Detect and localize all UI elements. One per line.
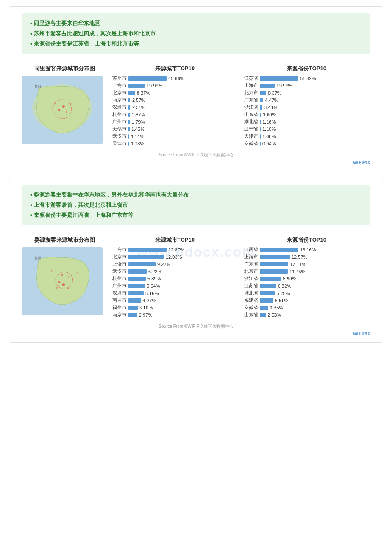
bar bbox=[128, 134, 129, 139]
bar-container: 45.66% bbox=[128, 76, 239, 81]
bar bbox=[128, 269, 147, 274]
bar-value: 2.31% bbox=[132, 105, 145, 110]
bar-row: 广东省4.47% bbox=[243, 97, 370, 103]
section1-highlights: 同里游客主要来自华东地区 苏州市游客占比超过四成，其次是上海市和北京市 来源省份… bbox=[22, 13, 370, 54]
section1-brand: WIFIPIX bbox=[9, 160, 383, 165]
bar-label: 安徽省 bbox=[243, 140, 258, 147]
bar-container: 5.64% bbox=[128, 283, 239, 289]
bar bbox=[128, 98, 130, 102]
highlight-item: 上海市游客居首，其次是北京和上饶市 bbox=[30, 200, 362, 210]
bar bbox=[260, 105, 262, 110]
bar-value: 1.79% bbox=[132, 119, 145, 124]
bar bbox=[128, 313, 137, 317]
bar bbox=[128, 84, 145, 88]
svg-point-11 bbox=[58, 281, 61, 283]
bar-container: 11.75% bbox=[260, 269, 370, 274]
bar-label: 福州市 bbox=[111, 304, 127, 311]
highlight-item: 来源省份主要是江苏省，上海市和北京市等 bbox=[30, 39, 362, 49]
bar-container: 9.22% bbox=[128, 262, 239, 267]
bar-label: 苏州市 bbox=[111, 75, 127, 81]
bar-label: 广东省 bbox=[243, 261, 258, 267]
section2-data: 婺源游客来源城市分布图 婺源 bbox=[9, 232, 383, 321]
bar-row: 上海市19.99% bbox=[111, 82, 239, 89]
bar-row: 安徽省0.94% bbox=[243, 140, 370, 147]
bar-value: 45.66% bbox=[168, 76, 184, 81]
bar-label: 广东省 bbox=[243, 97, 258, 103]
svg-point-16 bbox=[56, 287, 58, 289]
bar-row: 湖北省6.25% bbox=[243, 290, 370, 296]
bar-label: 北京市 bbox=[111, 254, 127, 260]
bar bbox=[128, 120, 130, 124]
bar-value: 19.99% bbox=[147, 83, 162, 88]
bar-container: 12.87% bbox=[128, 247, 239, 252]
section1-source: Source From ©WIFIPIX线下大数据中心 bbox=[9, 152, 383, 160]
bar-container: 4.27% bbox=[128, 298, 239, 303]
bar-label: 武汉市 bbox=[111, 268, 127, 275]
bar-row: 天津市1.08% bbox=[243, 133, 370, 139]
bar-container: 5.16% bbox=[128, 291, 239, 296]
bar-value: 12.87% bbox=[168, 247, 184, 252]
bar bbox=[128, 255, 164, 259]
bar-label: 南京市 bbox=[111, 312, 127, 318]
bar-row: 江苏省51.89% bbox=[243, 75, 370, 81]
bar-value: 12.57% bbox=[291, 254, 307, 260]
svg-point-3 bbox=[58, 109, 61, 111]
bar-container: 2.53% bbox=[260, 312, 370, 318]
bar-row: 浙江省8.90% bbox=[243, 275, 370, 282]
section2-province-chart: 来源省份TOP10 江西省16.16%上海市12.57%广东省12.11%北京市… bbox=[243, 236, 370, 319]
bar-row: 苏州市45.66% bbox=[111, 75, 239, 81]
section1-province-bars: 江苏省51.89%上海市19.99%北京市8.37%广东省4.47%浙江省3.4… bbox=[243, 75, 370, 147]
bar bbox=[260, 313, 266, 317]
bar-row: 天津市1.08% bbox=[111, 140, 239, 147]
section1-wrapper: 同里游客主要来自华东地区 苏州市游客占比超过四成，其次是上海市和北京市 来源省份… bbox=[9, 6, 383, 171]
bar-container: 1.08% bbox=[128, 141, 239, 146]
bar-row: 无锡市1.45% bbox=[111, 126, 239, 132]
bar-container: 6.22% bbox=[128, 269, 239, 274]
bar-container: 1.87% bbox=[128, 112, 239, 117]
bar-container: 3.44% bbox=[260, 105, 370, 110]
bar-value: 1.08% bbox=[131, 141, 144, 146]
section2-map-col: 婺源游客来源城市分布图 婺源 bbox=[22, 236, 107, 319]
bar-row: 武汉市6.22% bbox=[111, 268, 239, 275]
bar bbox=[260, 134, 261, 139]
bar-row: 广州市5.64% bbox=[111, 283, 239, 289]
bar bbox=[260, 120, 261, 124]
bar-value: 1.14% bbox=[131, 134, 144, 139]
bar bbox=[128, 142, 129, 146]
section2-source: Source From ©WIFIPIX线下大数据中心 bbox=[9, 324, 383, 331]
bar bbox=[260, 298, 273, 303]
highlight-item: 苏州市游客占比超过四成，其次是上海市和北京市 bbox=[30, 29, 362, 39]
highlight-item: 同里游客主要来自华东地区 bbox=[30, 18, 362, 29]
bar-container: 51.89% bbox=[260, 76, 370, 81]
bar-row: 上海市12.87% bbox=[111, 246, 239, 253]
svg-point-12 bbox=[51, 270, 52, 272]
highlight-item: 来源省份主要是江西省，上海和广东市等 bbox=[30, 210, 362, 220]
bar-value: 9.22% bbox=[157, 262, 170, 267]
bar-label: 上饶市 bbox=[111, 261, 127, 267]
bar bbox=[260, 76, 298, 81]
bar bbox=[260, 91, 266, 95]
bar bbox=[260, 291, 275, 295]
bar-value: 3.10% bbox=[139, 305, 153, 310]
bar-row: 北京市8.37% bbox=[243, 90, 370, 96]
bar bbox=[260, 284, 276, 288]
svg-point-10 bbox=[62, 283, 65, 286]
bar-label: 浙江省 bbox=[243, 275, 258, 282]
bar-label: 江苏省 bbox=[243, 283, 258, 289]
bar-label: 山东省 bbox=[243, 312, 258, 318]
bar-label: 深圳市 bbox=[111, 290, 127, 296]
bar-container: 8.90% bbox=[260, 276, 370, 281]
bar-value: 5.51% bbox=[275, 298, 288, 303]
section1-map-col: 同里游客来源城市分布图 苏州 bbox=[22, 65, 107, 147]
bar-row: 上饶市9.22% bbox=[111, 261, 239, 267]
bar-row: 上海市12.57% bbox=[243, 254, 370, 260]
bar-row: 武汉市1.14% bbox=[111, 133, 239, 139]
bar-row: 江西省16.16% bbox=[243, 246, 370, 253]
bar-value: 6.82% bbox=[278, 283, 291, 289]
bar-container: 12.03% bbox=[128, 254, 239, 260]
bar-container: 16.16% bbox=[260, 247, 370, 252]
bar-label: 浙江省 bbox=[243, 104, 258, 110]
bar-container: 1.45% bbox=[128, 127, 239, 132]
bar-row: 山东省2.53% bbox=[243, 312, 370, 318]
svg-text:苏州: 苏州 bbox=[35, 85, 41, 89]
